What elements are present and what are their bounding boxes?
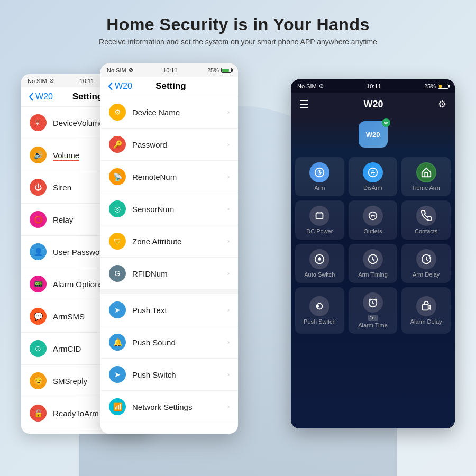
screen3-status-bar: No SIM ⊘ 10:11 25% (291, 79, 455, 93)
screen1-back-button[interactable]: W20 (29, 92, 53, 102)
disarm-button-icon (363, 162, 383, 182)
sms-reply-icon: 😊 (30, 372, 47, 389)
setting-item-device-name[interactable]: ⚙ Device Name › (100, 96, 238, 129)
svg-rect-13 (422, 304, 428, 310)
setting-item-remote-num[interactable]: 📡 RemoteNum › (100, 161, 238, 193)
screen3-carrier: No SIM (297, 83, 317, 89)
alarm-delay-button[interactable]: Alarm Delay (401, 287, 451, 334)
outlets-button[interactable]: Outlets (349, 200, 398, 240)
screen2-sim-icon: ⊘ (129, 67, 133, 74)
screen2-back-button[interactable]: W20 (108, 81, 132, 91)
screen3-status-right: 25% (424, 83, 448, 89)
hamburger-menu-icon[interactable]: ☰ (299, 98, 309, 111)
arm-timing-button[interactable]: Arm Timing (349, 244, 398, 283)
remote-num-icon: 📡 (109, 168, 126, 185)
setting-item-zone-attribute[interactable]: 🛡 Zone Attribute › (100, 225, 238, 258)
screen2-battery-icon (221, 68, 232, 73)
screen2-battery-fill (222, 69, 229, 72)
chevron-icon: › (227, 173, 230, 180)
screen3-battery-fill (439, 85, 442, 88)
volume-label: Volume (53, 151, 79, 160)
device-name-label: Device Name (132, 108, 180, 117)
screen3-inner: No SIM ⊘ 10:11 25% ☰ W20 ⚙ (291, 79, 455, 428)
screen3-home-header: ☰ W20 ⚙ (291, 93, 455, 116)
chevron-icon: › (227, 403, 230, 410)
grid-row-3: Auto Switch Arm Timing Arm (295, 244, 451, 283)
chevron-icon: › (227, 237, 230, 245)
arm-cid-label: ArmCID (53, 344, 81, 353)
home-arm-button[interactable]: Home Arm (401, 157, 451, 196)
arm-button[interactable]: Arm (295, 157, 344, 196)
sensor-num-icon: ◎ (109, 200, 126, 217)
push-switch-button-label: Push Switch (304, 318, 336, 325)
svg-point-11 (316, 305, 319, 308)
network-settings-icon: 📶 (109, 398, 126, 415)
setting-item-password[interactable]: 🔑 Password › (100, 129, 238, 161)
screen1-status-left: No SIM ⊘ (28, 77, 54, 84)
password-icon: 🔑 (109, 136, 126, 153)
dc-power-button-label: DC Power (306, 228, 333, 234)
disarm-button[interactable]: DisArm (349, 157, 398, 196)
push-text-label: Push Text (132, 306, 167, 315)
sensor-num-label: SensorNum (132, 205, 174, 214)
chevron-icon: › (227, 108, 230, 116)
push-sound-label: Push Sound (132, 338, 176, 347)
outlets-button-icon (363, 206, 383, 226)
setting-item-push-text[interactable]: ➤ Push Text › (100, 294, 238, 326)
arm-timing-button-label: Arm Timing (358, 271, 388, 278)
page-wrapper: Home Security is in Your Hands Receive i… (0, 0, 476, 476)
dc-power-button[interactable]: DC Power (295, 200, 344, 240)
timer-badge: 1m (368, 315, 378, 321)
zone-attribute-icon: 🛡 (109, 233, 126, 250)
device-badge: W20 W (359, 121, 388, 148)
alarm-delay-button-icon (416, 296, 436, 316)
contacts-button[interactable]: Contacts (401, 200, 451, 240)
sms-reply-label: SMSreply (53, 377, 87, 386)
page-title: Home Security is in Your Hands (11, 15, 465, 34)
screen2-status-left: No SIM ⊘ (107, 67, 133, 74)
alarm-options-icon: 📟 (30, 276, 47, 292)
siren-label: Siren (53, 183, 71, 192)
grid-background: Arm DisArm Home Arm (291, 153, 455, 428)
svg-rect-4 (316, 213, 323, 219)
auto-switch-button[interactable]: Auto Switch (295, 244, 344, 283)
home-arm-button-icon (416, 162, 436, 182)
screen1-time: 10:11 (80, 78, 95, 84)
settings-gear-icon[interactable]: ⚙ (438, 98, 446, 110)
screen2-status-right: 25% (207, 67, 232, 74)
ready-to-arm-icon: 🔒 (30, 405, 47, 422)
chevron-icon: › (227, 306, 230, 314)
screen3-battery-pct: 25% (424, 83, 436, 89)
setting-item-sensor-num[interactable]: ◎ SensorNum › (100, 193, 238, 225)
device-volume-icon: 🎙 (30, 114, 47, 131)
setting-item-push-switch[interactable]: ➤ Push Switch › (100, 359, 238, 391)
screen2: No SIM ⊘ 10:11 25% W20 Setting (100, 63, 238, 434)
device-badge-area: W20 W (291, 116, 455, 153)
arm-sms-label: ArmSMS (53, 312, 85, 321)
arm-delay-button-icon (416, 249, 436, 269)
page-subtitle: Receive information and set the system o… (11, 38, 465, 46)
alarm-time-button-label: Alarm Time (358, 322, 388, 328)
contacts-button-label: Contacts (415, 228, 437, 234)
push-switch-button[interactable]: Push Switch (295, 287, 344, 334)
setting-item-push-sound[interactable]: 🔔 Push Sound › (100, 326, 238, 359)
grid-row-2: DC Power Outlets Contacts (295, 200, 451, 240)
push-sound-icon: 🔔 (109, 334, 126, 351)
screen2-time: 10:11 (163, 67, 178, 74)
setting-item-network-settings[interactable]: 📶 Network Settings › (100, 391, 238, 423)
home-arm-button-label: Home Arm (413, 185, 440, 191)
push-text-icon: ➤ (109, 301, 126, 318)
device-badge-name: W20 (366, 131, 380, 139)
push-switch-icon: ➤ (109, 366, 126, 383)
rfid-num-icon: G (109, 265, 126, 282)
relay-label: Relay (53, 215, 73, 224)
volume-icon: 🔊 (30, 147, 47, 163)
alarm-time-button-icon (363, 292, 383, 313)
setting-item-rfid-num[interactable]: G RFIDNum › (100, 258, 238, 290)
push-switch-label: Push Switch (132, 370, 176, 379)
arm-delay-button[interactable]: Arm Delay (401, 244, 451, 283)
push-switch-button-icon (309, 296, 329, 316)
wifi-badge: W (382, 118, 390, 127)
alarm-time-button[interactable]: 1m Alarm Time (349, 287, 398, 334)
password-label: Password (132, 140, 167, 149)
